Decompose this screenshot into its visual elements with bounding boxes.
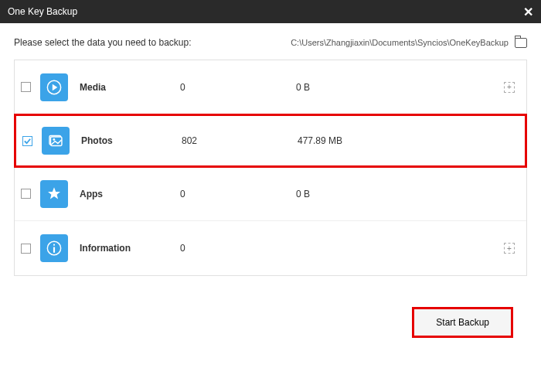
checkbox[interactable] [21, 82, 31, 92]
checkbox[interactable] [21, 189, 31, 199]
play-icon [40, 73, 68, 101]
item-size: 477.89 MB [298, 135, 513, 146]
list-item: Photos802477.89 MB [14, 114, 527, 168]
expand-icon[interactable]: + [504, 243, 515, 254]
data-list: Media00 B+Photos802477.89 MBApps00 BInfo… [14, 60, 527, 276]
svg-rect-6 [53, 247, 55, 253]
item-name: Photos [81, 135, 182, 146]
item-count: 0 [180, 189, 296, 199]
svg-point-5 [53, 244, 55, 246]
list-item: Information0+ [15, 221, 526, 275]
item-count: 802 [182, 135, 298, 146]
folder-icon[interactable] [515, 38, 527, 48]
expand-icon[interactable]: + [504, 82, 515, 93]
list-item: Apps00 B [15, 167, 526, 221]
photo-icon [42, 127, 70, 155]
item-name: Information [80, 243, 180, 254]
checkbox[interactable] [22, 136, 32, 146]
item-count: 0 [180, 243, 296, 254]
window-title: One Key Backup [8, 6, 77, 17]
item-size: 0 B [296, 82, 504, 93]
item-name: Media [80, 82, 180, 93]
prompt-text: Please select the data you need to backu… [14, 37, 192, 48]
info-icon [40, 234, 68, 262]
item-count: 0 [180, 82, 296, 93]
item-name: Apps [80, 189, 180, 199]
checkbox[interactable] [21, 244, 31, 254]
start-backup-button[interactable]: Start Backup [412, 307, 513, 338]
titlebar: One Key Backup ✕ [0, 0, 541, 23]
backup-path: C:\Users\Zhangjiaxin\Documents\Syncios\O… [291, 38, 509, 47]
list-item: Media00 B+ [15, 60, 526, 114]
svg-point-3 [53, 138, 55, 141]
item-size: 0 B [296, 189, 515, 199]
close-icon[interactable]: ✕ [523, 5, 533, 19]
apps-icon [40, 180, 68, 208]
